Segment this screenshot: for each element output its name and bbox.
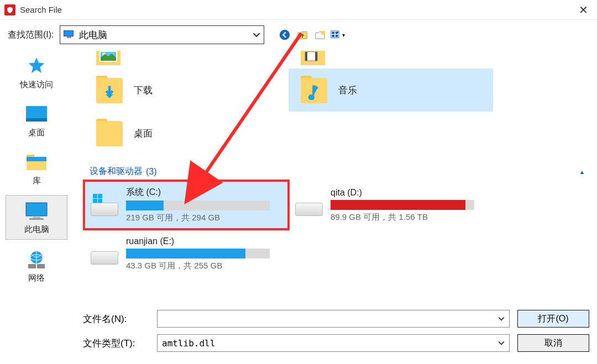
- chevron-down-icon[interactable]: [498, 340, 505, 346]
- app-icon: [4, 4, 15, 15]
- chevron-down-icon[interactable]: [498, 315, 505, 322]
- drive-usage-bar: [331, 200, 474, 210]
- drive-icon: [294, 193, 324, 217]
- chevron-down-icon: [253, 31, 260, 39]
- filename-label: 文件名(N):: [83, 313, 149, 325]
- folder-music[interactable]: 音乐: [289, 68, 493, 112]
- open-button[interactable]: 打开(O): [517, 310, 589, 328]
- nav-desktop[interactable]: 桌面: [6, 99, 67, 143]
- music-folder-icon: [300, 76, 328, 104]
- libraries-icon: [23, 151, 50, 173]
- filename-input[interactable]: [157, 310, 510, 328]
- svg-rect-26: [315, 52, 317, 61]
- nav-thispc[interactable]: 此电脑: [6, 195, 67, 240]
- picture-folder-icon: [95, 51, 122, 66]
- drive-usage-bar: [126, 249, 270, 259]
- folder-label: 下载: [134, 84, 153, 97]
- svg-rect-25: [305, 52, 307, 61]
- svg-rect-14: [29, 218, 44, 220]
- file-list-area[interactable]: 下载 音乐 桌面 设备和驱动器 (3) ▴: [73, 46, 597, 304]
- drive-stat: 219 GB 可用，共 294 GB: [126, 213, 289, 223]
- close-button[interactable]: ✕: [574, 3, 593, 17]
- desktop-icon: [23, 103, 50, 125]
- lookin-dropdown[interactable]: 此电脑: [60, 25, 264, 44]
- folder-icon: [95, 119, 124, 147]
- svg-rect-12: [26, 203, 47, 216]
- dialog-footer: 文件名(N): 打开(O) 文件类型(T): amtlib.dll 取消: [0, 304, 597, 352]
- drive-name: ruanjian (E:): [126, 236, 289, 246]
- folder-desktop[interactable]: 桌面: [84, 112, 289, 155]
- drive-icon: [90, 193, 119, 217]
- folder-downloads[interactable]: 下载: [84, 68, 289, 112]
- cancel-button[interactable]: 取消: [517, 334, 589, 352]
- view-button[interactable]: ▾: [331, 28, 345, 42]
- section-devices[interactable]: 设备和驱动器 (3) ▴: [90, 166, 597, 177]
- drive-e[interactable]: ruanjian (E:) 43.3 GB 可用，共 255 GB: [84, 229, 289, 278]
- back-button[interactable]: [277, 28, 292, 42]
- svg-point-1: [321, 31, 324, 35]
- thispc-icon: [64, 30, 75, 39]
- title-bar: Search File ✕: [0, 0, 597, 20]
- folder-item-truncated[interactable]: [84, 49, 289, 68]
- drive-c[interactable]: 系统 (C:) 219 GB 可用，共 294 GB: [84, 181, 289, 229]
- folder-item-truncated[interactable]: [289, 49, 493, 68]
- folder-label: 桌面: [134, 127, 153, 140]
- nav-label: 库: [33, 176, 41, 186]
- newfolder-button[interactable]: [313, 28, 327, 42]
- nav-label: 网络: [28, 273, 45, 283]
- drive-stat: 43.3 GB 可用，共 255 GB: [126, 261, 289, 271]
- toolbar: 查找范围(I): 此电脑 ▾: [0, 20, 597, 46]
- drive-stat: 89.9 GB 可用，共 1.56 TB: [331, 212, 493, 223]
- nav-label: 快速访问: [20, 80, 53, 90]
- filetype-dropdown[interactable]: amtlib.dll: [157, 334, 510, 352]
- thispc-icon: [23, 200, 50, 222]
- svg-rect-11: [27, 157, 46, 161]
- drive-d[interactable]: qita (D:) 89.9 GB 可用，共 1.56 TB: [289, 181, 493, 229]
- up-button[interactable]: [295, 28, 310, 42]
- svg-rect-3: [332, 31, 334, 34]
- svg-rect-8: [26, 118, 47, 122]
- nav-libraries[interactable]: 库: [6, 147, 67, 191]
- video-folder-icon: [300, 51, 326, 66]
- section-title: 设备和驱动器: [90, 166, 143, 177]
- lookin-value: 此电脑: [79, 29, 253, 41]
- drive-usage-bar: [126, 201, 270, 210]
- nav-label: 此电脑: [24, 224, 49, 235]
- star-icon: [23, 55, 50, 77]
- svg-rect-17: [28, 264, 36, 268]
- svg-rect-5: [332, 35, 334, 37]
- nav-label: 桌面: [28, 128, 45, 138]
- network-icon: [23, 249, 50, 271]
- drive-name: qita (D:): [331, 188, 493, 198]
- nav-network[interactable]: 网络: [6, 244, 67, 288]
- window-title: Search File: [20, 5, 62, 14]
- filetype-label: 文件类型(T):: [83, 337, 149, 350]
- places-sidebar: 快速访问 桌面 库 此电脑 网络: [0, 46, 73, 304]
- collapse-icon[interactable]: ▴: [580, 168, 584, 176]
- drive-icon: [90, 241, 119, 266]
- drive-name: 系统 (C:): [126, 187, 289, 198]
- svg-rect-18: [37, 264, 45, 268]
- folder-label: 音乐: [338, 84, 357, 97]
- lookin-label: 查找范围(I):: [8, 29, 54, 41]
- svg-rect-6: [335, 35, 338, 37]
- downloads-folder-icon: [95, 76, 124, 104]
- svg-rect-13: [33, 216, 40, 218]
- svg-point-0: [279, 30, 289, 40]
- nav-quickaccess[interactable]: 快速访问: [6, 51, 67, 94]
- filetype-value: amtlib.dll: [162, 338, 215, 349]
- section-count: (3): [146, 167, 157, 177]
